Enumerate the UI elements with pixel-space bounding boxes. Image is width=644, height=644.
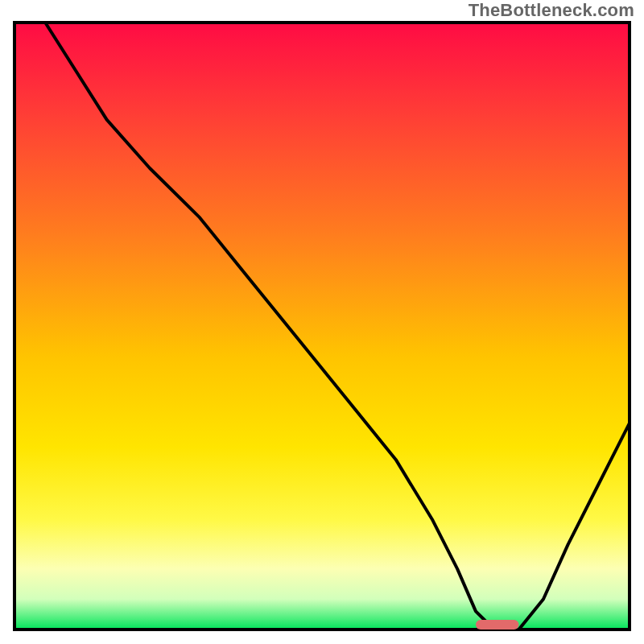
chart-container: { "watermark": "TheBottleneck.com", "cha…: [0, 0, 644, 644]
watermark-text: TheBottleneck.com: [469, 0, 634, 21]
plot-background: [14, 23, 630, 630]
optimal-marker: [476, 620, 519, 630]
chart-svg: [0, 0, 644, 644]
